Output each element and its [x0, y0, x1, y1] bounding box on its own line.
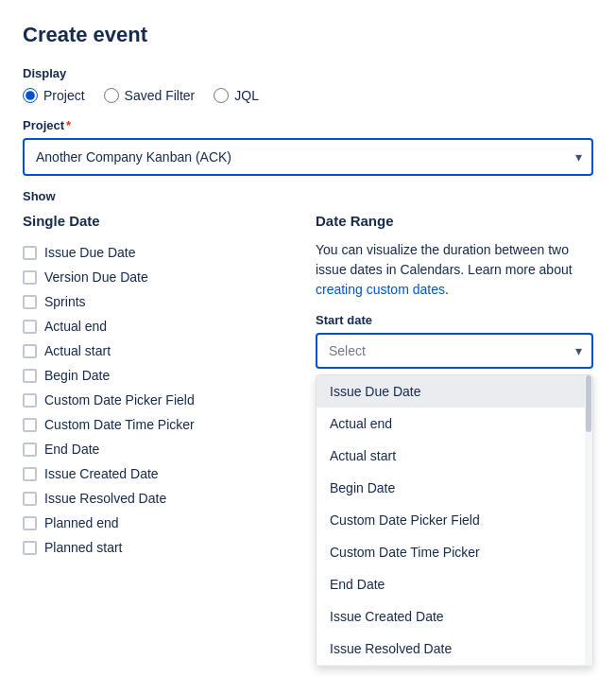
checkbox-custom-date-time-picker[interactable]: Custom Date Time Picker: [23, 412, 297, 437]
dropdown-item-actual-end[interactable]: Actual end: [317, 408, 592, 440]
radio-project-label: Project: [43, 88, 85, 103]
checkbox-custom-date-time-picker-label: Custom Date Time Picker: [44, 417, 195, 432]
dropdown-item-issue-created-date[interactable]: Issue Created Date: [317, 600, 592, 633]
dropdown-item-issue-due-date[interactable]: Issue Due Date: [317, 375, 592, 408]
show-label: Show: [23, 189, 593, 203]
checkbox-actual-end-input[interactable]: [23, 320, 37, 334]
start-date-label: Start date: [316, 313, 593, 327]
dropdown-scroll-wrapper: Issue Due Date Actual end Actual start B…: [317, 375, 592, 666]
radio-saved-filter-label: Saved Filter: [125, 88, 196, 103]
display-label: Display: [23, 66, 593, 80]
checkbox-issue-created-date-label: Issue Created Date: [44, 466, 159, 481]
checkbox-planned-end-label: Planned end: [44, 515, 119, 530]
single-date-column: Single Date Issue Due Date Version Due D…: [23, 213, 297, 667]
start-date-select-wrapper: Select ▾: [316, 333, 593, 369]
dropdown-item-custom-date-time-picker[interactable]: Custom Date Time Picker: [317, 536, 592, 568]
dropdown-items-inner: Issue Due Date Actual end Actual start B…: [317, 375, 592, 666]
checkbox-sprints-label: Sprints: [44, 294, 86, 309]
checkbox-planned-end[interactable]: Planned end: [23, 511, 297, 535]
checkbox-planned-end-input[interactable]: [23, 516, 37, 530]
checkbox-actual-start[interactable]: Actual start: [23, 338, 297, 363]
checkbox-issue-due-date-input[interactable]: [23, 246, 37, 260]
project-label: Project*: [23, 118, 593, 132]
checkbox-begin-date-input[interactable]: [23, 369, 37, 383]
radio-jql-input[interactable]: [214, 88, 229, 103]
project-select[interactable]: Another Company Kanban (ACK): [23, 138, 593, 176]
checkbox-actual-start-label: Actual start: [44, 343, 111, 358]
checkbox-actual-end[interactable]: Actual end: [23, 314, 297, 338]
date-range-title: Date Range: [316, 213, 593, 229]
scrollbar-track[interactable]: [585, 375, 592, 666]
checkbox-end-date[interactable]: End Date: [23, 437, 297, 461]
dropdown-item-issue-resolved-date[interactable]: Issue Resolved Date: [317, 633, 592, 666]
checkbox-custom-date-time-picker-input[interactable]: [23, 418, 37, 432]
checkbox-sprints-input[interactable]: [23, 295, 37, 309]
checkbox-issue-resolved-date-label: Issue Resolved Date: [44, 491, 166, 506]
checkbox-begin-date-label: Begin Date: [44, 368, 110, 383]
checkbox-custom-date-picker-field-input[interactable]: [23, 393, 37, 408]
checkbox-custom-date-picker-field[interactable]: Custom Date Picker Field: [23, 388, 297, 412]
checkbox-version-due-date-label: Version Due Date: [44, 269, 148, 285]
date-range-column: Date Range You can visualize the duratio…: [316, 213, 593, 667]
checkbox-end-date-input[interactable]: [23, 442, 37, 457]
two-col-layout: Single Date Issue Due Date Version Due D…: [23, 213, 593, 667]
checkbox-planned-start-label: Planned start: [44, 540, 123, 555]
checkbox-planned-start[interactable]: Planned start: [23, 535, 297, 560]
date-range-description: You can visualize the duration between t…: [316, 240, 593, 300]
scrollbar-thumb[interactable]: [586, 375, 591, 432]
page-title: Create event: [23, 23, 593, 47]
checkbox-issue-created-date-input[interactable]: [23, 467, 37, 481]
checkbox-sprints[interactable]: Sprints: [23, 289, 297, 314]
creating-custom-dates-link[interactable]: creating custom dates: [316, 282, 445, 297]
checkbox-version-due-date[interactable]: Version Due Date: [23, 265, 297, 289]
project-select-wrapper: Another Company Kanban (ACK) ▾: [23, 138, 593, 176]
dropdown-item-actual-start[interactable]: Actual start: [317, 440, 592, 472]
radio-project-input[interactable]: [23, 88, 38, 103]
required-marker: *: [66, 118, 71, 132]
checkbox-actual-start-input[interactable]: [23, 344, 37, 358]
start-date-placeholder: Select: [329, 343, 366, 358]
dropdown-item-custom-date-picker-field[interactable]: Custom Date Picker Field: [317, 504, 592, 536]
checkbox-actual-end-label: Actual end: [44, 319, 107, 334]
dropdown-item-end-date[interactable]: End Date: [317, 568, 592, 600]
radio-jql[interactable]: JQL: [214, 88, 259, 103]
radio-saved-filter[interactable]: Saved Filter: [104, 88, 196, 103]
radio-jql-label: JQL: [234, 88, 259, 103]
checkbox-issue-resolved-date-input[interactable]: [23, 492, 37, 506]
single-date-title: Single Date: [23, 213, 297, 229]
checkbox-end-date-label: End Date: [44, 442, 99, 457]
radio-saved-filter-input[interactable]: [104, 88, 119, 103]
display-section: Display Project Saved Filter JQL: [23, 66, 593, 103]
dropdown-item-begin-date[interactable]: Begin Date: [317, 472, 592, 504]
radio-project[interactable]: Project: [23, 88, 85, 103]
checkbox-custom-date-picker-field-label: Custom Date Picker Field: [44, 392, 195, 408]
checkbox-begin-date[interactable]: Begin Date: [23, 363, 297, 388]
display-radio-group: Project Saved Filter JQL: [23, 88, 593, 103]
start-date-select[interactable]: Select: [316, 333, 593, 369]
checkbox-issue-created-date[interactable]: Issue Created Date: [23, 461, 297, 486]
project-field: Project* Another Company Kanban (ACK) ▾: [23, 118, 593, 176]
checkbox-issue-due-date[interactable]: Issue Due Date: [23, 240, 297, 265]
checkbox-version-due-date-input[interactable]: [23, 270, 37, 285]
start-date-dropdown: Issue Due Date Actual end Actual start B…: [316, 374, 593, 667]
checkbox-issue-due-date-label: Issue Due Date: [44, 245, 136, 260]
checkbox-planned-start-input[interactable]: [23, 541, 37, 555]
checkbox-issue-resolved-date[interactable]: Issue Resolved Date: [23, 486, 297, 511]
